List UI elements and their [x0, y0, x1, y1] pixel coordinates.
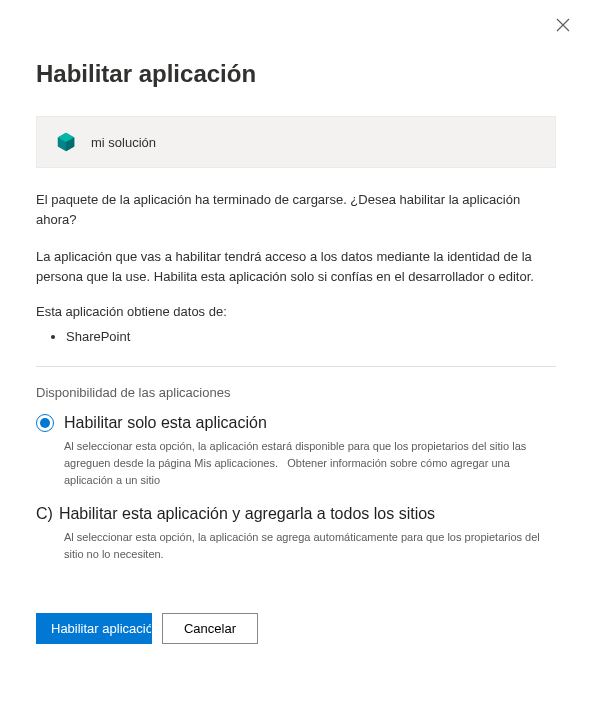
data-sources-list: SharePoint: [36, 327, 556, 348]
enable-app-button[interactable]: Habilitar aplicación: [36, 613, 152, 644]
dialog-buttons: Habilitar aplicación Cancelar: [36, 613, 556, 644]
data-sources-label: Esta aplicación obtiene datos de:: [36, 304, 556, 319]
option-marker: C): [36, 505, 53, 522]
intro-text: El paquete de la aplicación ha terminado…: [36, 190, 556, 229]
close-button[interactable]: [556, 18, 570, 35]
radio-option-enable-all-sites[interactable]: C)Habilitar esta aplicación y agregarla …: [36, 505, 556, 563]
app-name: mi solución: [91, 135, 156, 150]
app-card: mi solución: [36, 116, 556, 168]
package-icon: [55, 131, 77, 153]
radio-label: C)Habilitar esta aplicación y agregarla …: [36, 505, 435, 523]
radio-label: Habilitar solo esta aplicación: [64, 414, 267, 432]
radio-description: Al seleccionar esta opción, la aplicació…: [64, 438, 556, 489]
warning-text: La aplicación que vas a habilitar tendrá…: [36, 247, 556, 286]
divider: [36, 366, 556, 367]
availability-label: Disponibilidad de las aplicaciones: [36, 385, 556, 400]
cancel-button[interactable]: Cancelar: [162, 613, 258, 644]
radio-option-enable-only[interactable]: Habilitar solo esta aplicación Al selecc…: [36, 414, 556, 489]
list-item: SharePoint: [66, 327, 556, 348]
close-icon: [556, 20, 570, 35]
availability-radio-group: Habilitar solo esta aplicación Al selecc…: [36, 414, 556, 563]
dialog-title: Habilitar aplicación: [36, 60, 556, 88]
radio-button-icon: [36, 414, 54, 432]
enable-app-dialog: Habilitar aplicación mi solución El paqu…: [0, 0, 592, 666]
radio-description: Al seleccionar esta opción, la aplicació…: [64, 529, 556, 563]
